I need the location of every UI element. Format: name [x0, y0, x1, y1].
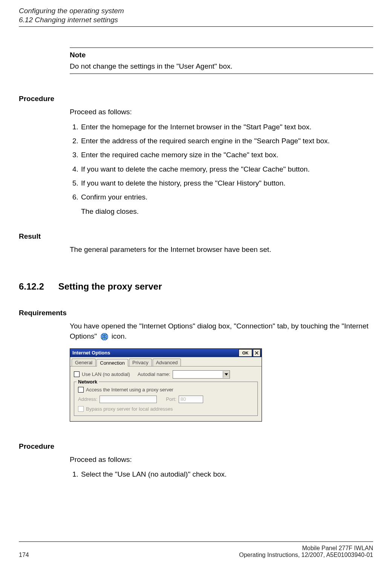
use-lan-label: Use LAN (no autodial): [82, 371, 130, 377]
note-block: Note Do not change the settings in the "…: [70, 48, 373, 74]
step-subtext: The dialog closes.: [81, 206, 373, 217]
tab-connection[interactable]: Connection: [96, 359, 128, 367]
requirements-text: You have opened the "Internet Options" d…: [70, 321, 373, 342]
port-label: Port:: [166, 396, 176, 402]
note-label: Note: [70, 51, 373, 59]
footer-rule: [19, 541, 373, 542]
internet-options-icon: [100, 333, 109, 341]
use-proxy-checkbox[interactable]: [78, 387, 84, 393]
result-text: The general parameters for the Internet …: [70, 244, 373, 255]
step: If you want to delete the history, press…: [80, 177, 373, 189]
use-lan-checkbox[interactable]: [74, 371, 80, 377]
step: Enter the required cache memory size in …: [80, 149, 373, 161]
tab-privacy[interactable]: Privacy: [129, 359, 152, 366]
dropdown-arrow-icon: [223, 371, 230, 378]
step: Enter the homepage for the Internet brow…: [80, 121, 373, 133]
bypass-checkbox: [78, 406, 84, 412]
close-button[interactable]: [253, 349, 260, 357]
procedure1-heading: Procedure: [19, 95, 373, 103]
ok-button[interactable]: OK: [239, 349, 252, 357]
header-chapter: Configuring the operating system: [19, 7, 373, 15]
step-text: Confirm your entries.: [81, 193, 147, 201]
procedure2-steps: Select the "Use LAN (no autodial)" check…: [70, 468, 373, 480]
page-header: Configuring the operating system 6.12 Ch…: [0, 7, 392, 24]
step: Enter the address of the required search…: [80, 135, 373, 147]
section-title: Setting the proxy server: [58, 281, 162, 292]
port-input[interactable]: 80: [179, 396, 203, 403]
tab-advanced[interactable]: Advanced: [153, 359, 181, 366]
network-fieldset: Network Access the Internet using a prox…: [74, 382, 258, 416]
dialog-titlebar: Internet Options OK: [70, 349, 262, 357]
dialog-screenshot: Internet Options OK General Connection P…: [70, 348, 373, 422]
step: If you want to delete the cache memory, …: [80, 163, 373, 175]
procedure2-heading: Procedure: [19, 442, 373, 451]
svg-point-0: [101, 333, 108, 340]
step: Select the "Use LAN (no autodial)" check…: [80, 468, 373, 480]
page-footer: 174 Mobile Panel 277F IWLAN Operating In…: [19, 545, 373, 558]
section-6-12-2-heading: 6.12.2 Setting the proxy server: [19, 281, 373, 292]
requirements-heading: Requirements: [19, 309, 373, 317]
step: Confirm your entries. The dialog closes.: [80, 191, 373, 217]
use-proxy-label: Access the Internet using a proxy server: [86, 387, 173, 393]
header-rule: [19, 26, 373, 27]
tab-general[interactable]: General: [72, 359, 96, 366]
footer-info: Operating Instructions, 12/2007, A5E0100…: [239, 552, 373, 558]
close-icon: [255, 351, 259, 355]
address-input[interactable]: [100, 396, 157, 403]
bypass-label: Bypass proxy server for local addresses: [86, 406, 173, 412]
footer-doc: Mobile Panel 277F IWLAN: [239, 545, 373, 552]
result-heading: Result: [19, 232, 373, 241]
network-legend: Network: [77, 379, 99, 385]
note-text: Do not change the settings in the "User …: [70, 62, 373, 71]
procedure1-intro: Proceed as follows:: [70, 107, 373, 117]
procedure1-steps: Enter the homepage for the Internet brow…: [70, 121, 373, 217]
dialog-title: Internet Options: [72, 350, 238, 356]
tab-strip: General Connection Privacy Advanced: [70, 357, 262, 367]
procedure2-intro: Proceed as follows:: [70, 454, 373, 465]
autodial-select[interactable]: [173, 370, 230, 379]
autodial-label: Autodial name:: [138, 371, 170, 377]
address-label: Address:: [78, 396, 97, 402]
req-text-after: icon.: [112, 332, 127, 340]
header-section: 6.12 Changing internet settings: [19, 16, 373, 24]
page-number: 174: [19, 552, 29, 558]
section-number: 6.12.2: [19, 281, 44, 292]
